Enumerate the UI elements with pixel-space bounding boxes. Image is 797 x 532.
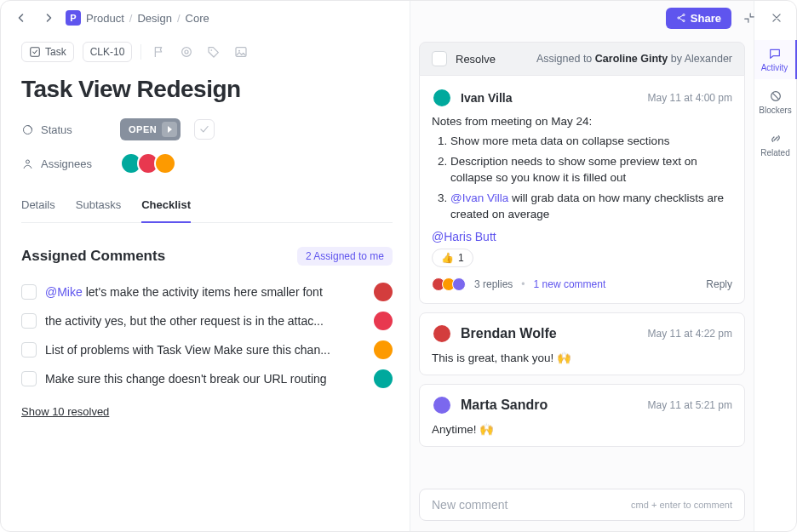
reaction-button[interactable]: 👍 1 <box>432 249 473 267</box>
comment-input[interactable] <box>432 498 624 512</box>
assigned-comments-title: Assigned Comments <box>21 248 165 265</box>
comment-timestamp: May 11 at 4:00 pm <box>648 92 732 104</box>
breadcrumb-folder[interactable]: Design <box>137 12 171 25</box>
comment-text: @Mike let's make the activity items here… <box>45 285 365 299</box>
comment-text: Make sure this change doesn't break our … <box>45 372 365 386</box>
breadcrumb-list[interactable]: Core <box>186 12 209 25</box>
tab-checklist[interactable]: Checklist <box>141 190 191 223</box>
minimize-button[interactable] <box>740 9 759 27</box>
svg-point-0 <box>683 14 685 15</box>
tab-details[interactable]: Details <box>21 190 55 222</box>
svg-rect-3 <box>31 48 40 57</box>
comment-body: Notes from meeting on May 24: Show more … <box>432 115 732 243</box>
tabs: Details Subtasks Checklist <box>21 190 393 223</box>
image-icon[interactable] <box>232 43 250 61</box>
svg-point-8 <box>238 50 240 52</box>
avatar <box>374 369 393 388</box>
svg-rect-7 <box>236 48 246 57</box>
assigned-to-me-badge[interactable]: 2 Assigned to me <box>297 247 393 266</box>
svg-point-5 <box>185 50 188 54</box>
nav-forward-button[interactable] <box>38 8 59 28</box>
assigned-comment-row[interactable]: @Mike let's make the activity items here… <box>21 277 393 306</box>
comment-timestamp: May 11 at 5:21 pm <box>648 399 732 411</box>
flag-icon[interactable] <box>150 43 169 61</box>
activity-pane: Resolve Assigned to Caroline Ginty by Al… <box>410 1 754 531</box>
topbar: P Product / Design / Core Share <box>1 1 796 35</box>
comment-author[interactable]: Marta Sandro <box>461 398 548 413</box>
reply-button[interactable]: Reply <box>706 278 732 290</box>
comment-author[interactable]: Brendan Wolfe <box>461 326 557 341</box>
comment-body: This is great, thank you! 🙌 <box>432 351 732 364</box>
breadcrumb-workspace[interactable]: Product <box>86 12 124 25</box>
repliers-stack <box>432 277 466 291</box>
sprint-icon[interactable] <box>177 43 196 61</box>
task-pane: Task CLK-10 Task View Redesign Status OP… <box>1 1 410 531</box>
svg-point-6 <box>211 49 213 51</box>
share-icon <box>676 13 686 23</box>
avatar <box>432 88 452 108</box>
right-rail: Activity Blockers Related <box>754 1 796 531</box>
user-icon <box>21 157 34 170</box>
blocker-icon <box>769 89 783 103</box>
resolve-label: Resolve <box>456 53 496 66</box>
assignees-stack[interactable] <box>120 152 176 174</box>
show-resolved-link[interactable]: Show 10 resolved <box>21 405 109 418</box>
avatar <box>374 340 393 359</box>
avatar <box>154 152 176 174</box>
close-button[interactable] <box>767 9 786 27</box>
svg-point-4 <box>182 48 192 57</box>
svg-point-2 <box>683 20 685 21</box>
breadcrumb: P Product / Design / Core <box>66 10 209 26</box>
task-title[interactable]: Task View Redesign <box>21 76 393 103</box>
rail-related[interactable]: Related <box>754 125 797 164</box>
new-comment-count[interactable]: 1 new comment <box>534 278 606 290</box>
reply-card: Brendan Wolfe May 11 at 4:22 pm This is … <box>419 312 745 375</box>
checkbox[interactable] <box>21 342 37 358</box>
resolve-bar: Resolve Assigned to Caroline Ginty by Al… <box>419 42 745 76</box>
tab-subtasks[interactable]: Subtasks <box>76 190 121 222</box>
task-type-chip[interactable]: Task <box>21 42 74 62</box>
chat-icon <box>768 47 782 60</box>
assigned-comment-row[interactable]: Make sure this change doesn't break our … <box>21 364 393 393</box>
comment-author[interactable]: Ivan Villa <box>461 91 512 105</box>
status-badge[interactable]: OPEN <box>120 118 181 140</box>
comment-composer[interactable]: cmd + enter to comment <box>419 489 745 521</box>
task-icon <box>29 46 41 58</box>
workspace-badge-icon: P <box>66 10 81 26</box>
assignees-label: Assignees <box>21 157 106 170</box>
tag-icon[interactable] <box>204 43 223 61</box>
share-button[interactable]: Share <box>666 8 731 29</box>
comment-thread: Ivan Villa May 11 at 4:00 pm Notes from … <box>419 76 745 304</box>
status-label: Status <box>21 123 106 136</box>
svg-point-10 <box>26 160 30 163</box>
mark-complete-button[interactable] <box>194 119 215 140</box>
replies-count[interactable]: 3 replies <box>474 278 513 290</box>
nav-back-button[interactable] <box>11 8 32 28</box>
resolve-checkbox[interactable] <box>432 51 447 66</box>
link-icon <box>769 132 783 146</box>
mention-link[interactable]: @Haris Butt <box>432 230 496 243</box>
checkbox[interactable] <box>21 371 37 386</box>
assigned-comment-row[interactable]: List of problems with Task View Make sur… <box>21 335 393 364</box>
avatar <box>374 312 393 330</box>
rail-blockers[interactable]: Blockers <box>754 83 797 122</box>
checkbox[interactable] <box>21 313 37 329</box>
assigned-comment-row[interactable]: the activity yes, but the other request … <box>21 306 393 335</box>
comment-text: List of problems with Task View Make sur… <box>45 343 365 357</box>
comment-body: Anytime! 🙌 <box>432 422 732 436</box>
rail-activity[interactable]: Activity <box>754 40 797 79</box>
composer-hint: cmd + enter to comment <box>631 500 732 510</box>
avatar <box>432 323 452 344</box>
checkbox[interactable] <box>21 284 37 300</box>
comment-timestamp: May 11 at 4:22 pm <box>648 328 732 340</box>
comment-text: the activity yes, but the other request … <box>45 314 365 328</box>
status-icon <box>21 123 34 136</box>
avatar <box>432 395 452 415</box>
task-id-chip[interactable]: CLK-10 <box>83 42 133 62</box>
resolve-assigned-to: Assigned to Caroline Ginty by Alexander <box>536 53 732 65</box>
reply-card: Marta Sandro May 11 at 5:21 pm Anytime! … <box>419 384 745 447</box>
svg-point-1 <box>678 17 679 19</box>
status-next-button[interactable] <box>162 122 177 137</box>
avatar <box>374 283 393 301</box>
